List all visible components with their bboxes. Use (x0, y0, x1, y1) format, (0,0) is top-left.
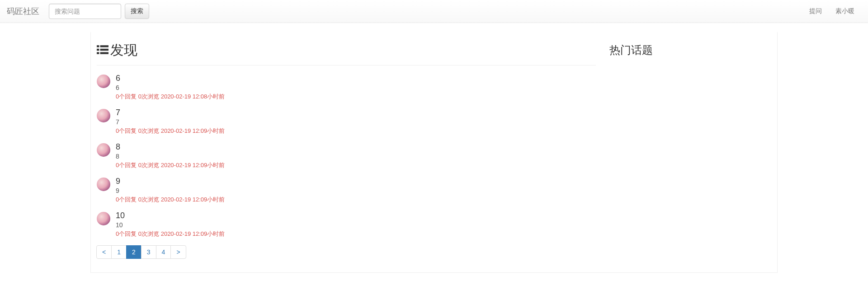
question-meta: 0个回复 0次浏览 2020-02-19 12:09小时前 (116, 127, 225, 135)
question-subtitle: 7 (116, 118, 225, 126)
question-subtitle: 8 (116, 153, 225, 160)
question-subtitle: 9 (116, 187, 225, 194)
hot-topics-title: 热门话题 (609, 43, 771, 57)
main-column: 发现 660个回复 0次浏览 2020-02-19 12:08小时前770个回复… (97, 41, 603, 259)
question-title[interactable]: 6 (116, 74, 225, 83)
svg-rect-0 (97, 45, 99, 47)
svg-rect-2 (97, 48, 99, 50)
svg-rect-4 (97, 52, 99, 54)
question-body: 990个回复 0次浏览 2020-02-19 12:09小时前 (116, 177, 225, 204)
avatar[interactable] (97, 143, 110, 157)
pagination-page-2[interactable]: 2 (127, 246, 141, 258)
question-title[interactable]: 9 (116, 177, 225, 186)
avatar[interactable] (97, 212, 110, 225)
sidebar: 热门话题 (603, 41, 771, 259)
svg-rect-5 (100, 52, 108, 54)
nav-user-link[interactable]: 素小暖 (829, 0, 861, 22)
question-body: 880个回复 0次浏览 2020-02-19 12:09小时前 (116, 142, 225, 169)
page-title-text: 发现 (110, 41, 137, 60)
question-body: 770个回复 0次浏览 2020-02-19 12:09小时前 (116, 108, 225, 135)
pagination-page-3[interactable]: 3 (142, 246, 156, 258)
avatar[interactable] (97, 109, 110, 122)
avatar[interactable] (97, 75, 110, 88)
question-item: 880个回复 0次浏览 2020-02-19 12:09小时前 (97, 142, 596, 169)
question-item: 660个回复 0次浏览 2020-02-19 12:08小时前 (97, 74, 596, 101)
svg-rect-3 (100, 48, 108, 50)
search-button[interactable]: 搜索 (125, 4, 149, 19)
divider (97, 65, 596, 65)
question-title[interactable]: 10 (116, 211, 225, 220)
question-title[interactable]: 8 (116, 142, 225, 152)
search-input[interactable] (49, 4, 121, 19)
question-meta: 0个回复 0次浏览 2020-02-19 12:08小时前 (116, 93, 225, 101)
pagination-page-1[interactable]: 1 (112, 246, 126, 258)
question-subtitle: 6 (116, 84, 225, 91)
navbar: 码匠社区 搜索 提问 素小暖 (0, 0, 868, 23)
question-meta: 0个回复 0次浏览 2020-02-19 12:09小时前 (116, 161, 225, 169)
brand-link[interactable]: 码匠社区 (7, 6, 46, 17)
page-title: 发现 (97, 41, 596, 60)
content-container: 发现 660个回复 0次浏览 2020-02-19 12:08小时前770个回复… (90, 32, 778, 273)
question-meta: 0个回复 0次浏览 2020-02-19 12:09小时前 (116, 230, 225, 238)
question-body: 10100个回复 0次浏览 2020-02-19 12:09小时前 (116, 211, 225, 238)
nav-right: 提问 素小暖 (802, 0, 861, 22)
question-list: 660个回复 0次浏览 2020-02-19 12:08小时前770个回复 0次… (97, 74, 596, 238)
svg-rect-1 (100, 45, 108, 47)
pagination-page-4[interactable]: 4 (156, 246, 171, 258)
avatar[interactable] (97, 178, 110, 191)
nav-ask-link[interactable]: 提问 (802, 0, 829, 22)
question-body: 660个回复 0次浏览 2020-02-19 12:08小时前 (116, 74, 225, 101)
list-icon (97, 43, 110, 58)
question-item: 990个回复 0次浏览 2020-02-19 12:09小时前 (97, 177, 596, 204)
question-item: 770个回复 0次浏览 2020-02-19 12:09小时前 (97, 108, 596, 135)
question-title[interactable]: 7 (116, 108, 225, 117)
question-meta: 0个回复 0次浏览 2020-02-19 12:09小时前 (116, 196, 225, 204)
pagination-prev[interactable]: < (97, 246, 111, 258)
question-subtitle: 10 (116, 221, 225, 229)
pagination: <1234> (97, 245, 596, 259)
question-item: 10100个回复 0次浏览 2020-02-19 12:09小时前 (97, 211, 596, 238)
pagination-next[interactable]: > (171, 246, 185, 258)
